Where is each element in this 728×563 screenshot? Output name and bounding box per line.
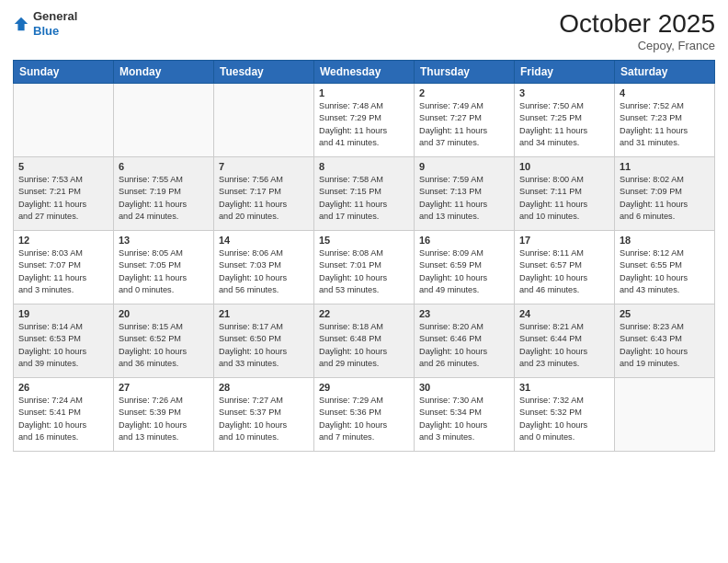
daylight-text: and 29 minutes. <box>319 358 409 370</box>
title-block: October 2025 Cepoy, France <box>559 9 715 52</box>
daylight-text: Daylight: 10 hours <box>620 272 710 284</box>
sunset-text: Sunset: 5:41 PM <box>18 407 108 419</box>
daylight-text: and 53 minutes. <box>319 284 409 296</box>
sunset-text: Sunset: 7:17 PM <box>219 186 309 198</box>
day-info: Sunrise: 7:32 AMSunset: 5:32 PMDaylight:… <box>519 395 609 443</box>
day-info: Sunrise: 7:56 AMSunset: 7:17 PMDaylight:… <box>219 174 309 223</box>
calendar-cell: 2Sunrise: 7:49 AMSunset: 7:27 PMDaylight… <box>415 84 515 157</box>
daylight-text: Daylight: 10 hours <box>519 419 609 431</box>
day-number: 28 <box>219 382 309 393</box>
daylight-text: Daylight: 10 hours <box>419 419 509 431</box>
sunrise-text: Sunrise: 7:29 AM <box>319 395 409 407</box>
daylight-text: and 3 minutes. <box>419 431 509 443</box>
calendar-header: Sunday Monday Tuesday Wednesday Thursday… <box>14 61 715 84</box>
calendar-cell: 23Sunrise: 8:20 AMSunset: 6:46 PMDayligh… <box>415 304 515 378</box>
sunset-text: Sunset: 7:11 PM <box>519 186 609 198</box>
day-number: 15 <box>319 235 409 246</box>
sunset-text: Sunset: 7:01 PM <box>319 259 409 271</box>
day-number: 25 <box>620 308 710 319</box>
daylight-text: Daylight: 10 hours <box>18 419 108 431</box>
sunset-text: Sunset: 6:43 PM <box>620 333 710 345</box>
daylight-text: and 7 minutes. <box>319 431 409 443</box>
sunset-text: Sunset: 6:44 PM <box>519 333 609 345</box>
daylight-text: and 36 minutes. <box>119 358 209 370</box>
day-info: Sunrise: 7:48 AMSunset: 7:29 PMDaylight:… <box>319 100 409 149</box>
day-number: 14 <box>219 235 309 246</box>
calendar-cell: 9Sunrise: 7:59 AMSunset: 7:13 PMDaylight… <box>415 157 515 231</box>
day-info: Sunrise: 8:09 AMSunset: 6:59 PMDaylight:… <box>419 247 509 296</box>
day-info: Sunrise: 8:00 AMSunset: 7:11 PMDaylight:… <box>519 174 609 223</box>
col-tuesday: Tuesday <box>214 61 314 84</box>
day-number: 26 <box>18 382 108 393</box>
daylight-text: and 27 minutes. <box>18 211 108 223</box>
calendar-cell: 22Sunrise: 8:18 AMSunset: 6:48 PMDayligh… <box>314 304 415 378</box>
col-friday: Friday <box>515 61 615 84</box>
weekday-row: Sunday Monday Tuesday Wednesday Thursday… <box>14 61 715 84</box>
sunset-text: Sunset: 6:57 PM <box>519 259 609 271</box>
daylight-text: Daylight: 10 hours <box>319 419 409 431</box>
day-info: Sunrise: 7:55 AMSunset: 7:19 PMDaylight:… <box>119 174 209 223</box>
day-info: Sunrise: 7:50 AMSunset: 7:25 PMDaylight:… <box>519 100 609 149</box>
sunrise-text: Sunrise: 8:21 AM <box>519 321 609 333</box>
sunset-text: Sunset: 6:48 PM <box>319 333 409 345</box>
day-number: 7 <box>219 161 309 172</box>
sunrise-text: Sunrise: 7:48 AM <box>319 100 409 112</box>
page: General Blue October 2025 Cepoy, France … <box>0 0 728 563</box>
daylight-text: Daylight: 11 hours <box>620 125 710 137</box>
daylight-text: and 16 minutes. <box>18 431 108 443</box>
day-number: 2 <box>419 87 509 98</box>
calendar-cell: 29Sunrise: 7:29 AMSunset: 5:36 PMDayligh… <box>314 378 415 452</box>
sunset-text: Sunset: 6:53 PM <box>18 333 108 345</box>
day-info: Sunrise: 8:12 AMSunset: 6:55 PMDaylight:… <box>620 247 710 296</box>
day-info: Sunrise: 8:14 AMSunset: 6:53 PMDaylight:… <box>18 321 108 370</box>
sunrise-text: Sunrise: 8:18 AM <box>319 321 409 333</box>
daylight-text: and 13 minutes. <box>419 211 509 223</box>
daylight-text: Daylight: 10 hours <box>219 272 309 284</box>
day-number: 30 <box>419 382 509 393</box>
day-info: Sunrise: 8:05 AMSunset: 7:05 PMDaylight:… <box>119 247 209 296</box>
day-number: 13 <box>119 235 209 246</box>
day-info: Sunrise: 7:59 AMSunset: 7:13 PMDaylight:… <box>419 174 509 223</box>
daylight-text: and 37 minutes. <box>419 137 509 149</box>
daylight-text: and 39 minutes. <box>18 358 108 370</box>
day-info: Sunrise: 8:08 AMSunset: 7:01 PMDaylight:… <box>319 247 409 296</box>
daylight-text: and 19 minutes. <box>620 358 710 370</box>
daylight-text: Daylight: 11 hours <box>219 199 309 211</box>
daylight-text: and 23 minutes. <box>519 358 609 370</box>
daylight-text: Daylight: 10 hours <box>219 419 309 431</box>
sunrise-text: Sunrise: 7:24 AM <box>18 395 108 407</box>
logo-icon <box>13 16 29 32</box>
sunset-text: Sunset: 7:21 PM <box>18 186 108 198</box>
sunrise-text: Sunrise: 8:20 AM <box>419 321 509 333</box>
calendar-cell: 8Sunrise: 7:58 AMSunset: 7:15 PMDaylight… <box>314 157 415 231</box>
sunset-text: Sunset: 7:15 PM <box>319 186 409 198</box>
day-info: Sunrise: 7:26 AMSunset: 5:39 PMDaylight:… <box>119 395 209 443</box>
sunset-text: Sunset: 6:50 PM <box>219 333 309 345</box>
daylight-text: and 3 minutes. <box>18 284 108 296</box>
day-info: Sunrise: 8:11 AMSunset: 6:57 PMDaylight:… <box>519 247 609 296</box>
month-title: October 2025 <box>559 9 715 39</box>
day-info: Sunrise: 7:58 AMSunset: 7:15 PMDaylight:… <box>319 174 409 223</box>
day-number: 27 <box>119 382 209 393</box>
day-number: 1 <box>319 87 409 98</box>
col-wednesday: Wednesday <box>314 61 415 84</box>
sunset-text: Sunset: 6:52 PM <box>119 333 209 345</box>
calendar-cell <box>615 378 715 452</box>
day-info: Sunrise: 8:18 AMSunset: 6:48 PMDaylight:… <box>319 321 409 370</box>
day-number: 12 <box>18 235 108 246</box>
day-number: 6 <box>119 161 209 172</box>
sunrise-text: Sunrise: 8:11 AM <box>519 247 609 259</box>
calendar-cell: 4Sunrise: 7:52 AMSunset: 7:23 PMDaylight… <box>615 84 715 157</box>
sunset-text: Sunset: 5:32 PM <box>519 407 609 419</box>
sunset-text: Sunset: 5:34 PM <box>419 407 509 419</box>
day-info: Sunrise: 8:06 AMSunset: 7:03 PMDaylight:… <box>219 247 309 296</box>
daylight-text: and 56 minutes. <box>219 284 309 296</box>
sunset-text: Sunset: 7:23 PM <box>620 112 710 124</box>
logo-blue: Blue <box>33 24 59 38</box>
daylight-text: Daylight: 10 hours <box>620 346 710 358</box>
calendar-week-row: 19Sunrise: 8:14 AMSunset: 6:53 PMDayligh… <box>14 304 715 378</box>
day-info: Sunrise: 7:52 AMSunset: 7:23 PMDaylight:… <box>620 100 710 149</box>
sunrise-text: Sunrise: 8:02 AM <box>620 174 710 186</box>
sunrise-text: Sunrise: 8:23 AM <box>620 321 710 333</box>
daylight-text: and 26 minutes. <box>419 358 509 370</box>
